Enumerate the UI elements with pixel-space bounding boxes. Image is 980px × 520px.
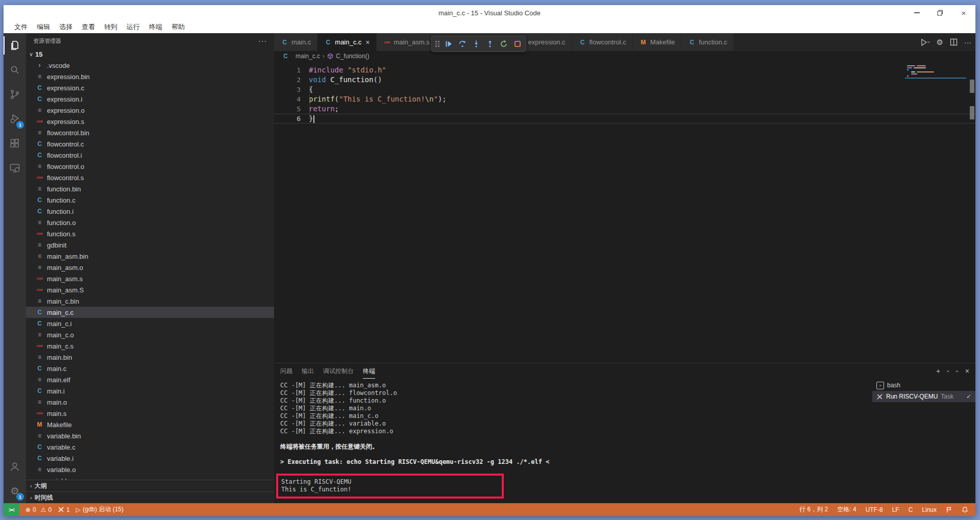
overview-ruler-mark[interactable]	[970, 106, 974, 119]
status-item[interactable]: 空格: 4	[837, 505, 856, 514]
panel-tab-问题[interactable]: 问题	[280, 363, 292, 379]
file-item-variable.c[interactable]: Cvariable.c	[26, 441, 274, 453]
file-item-variable.bin[interactable]: ≡variable.bin	[26, 430, 274, 441]
terminal-output[interactable]: CC -[M] 正在构建... main_asm.oCC -[M] 正在构建..…	[274, 379, 872, 503]
menu-item-选择[interactable]: 选择	[55, 23, 77, 31]
file-item-variable.i[interactable]: Cvariable.i	[26, 453, 274, 464]
editor-settings-button[interactable]: ⚙	[937, 38, 943, 47]
file-item-flowcontrol.bin[interactable]: ≡flowcontrol.bin	[26, 127, 274, 138]
remote-indicator[interactable]: ><	[4, 503, 19, 516]
activity-run-debug[interactable]: 1	[4, 107, 26, 131]
menu-item-转到[interactable]: 转到	[100, 23, 122, 31]
menu-item-查看[interactable]: 查看	[77, 23, 100, 31]
tab-main.c[interactable]: Cmain.c	[274, 33, 317, 51]
file-item-gdbinit[interactable]: ≡gdbinit	[26, 239, 274, 251]
file-item-.vscode[interactable]: ›.vscode	[26, 60, 274, 71]
close-button[interactable]: ×	[952, 5, 975, 20]
file-item-flowcontrol.i[interactable]: Cflowcontrol.i	[26, 150, 274, 161]
minimap[interactable]	[905, 64, 966, 79]
close-tab-icon[interactable]: ×	[365, 38, 370, 46]
panel-tab-调试控制台[interactable]: 调试控制台	[323, 363, 354, 379]
file-item-expression.i[interactable]: Cexpression.i	[26, 93, 274, 105]
close-panel-icon[interactable]: ×	[965, 367, 969, 375]
terminal-instance-bash[interactable]: >bash	[872, 380, 975, 391]
file-item-main.elf[interactable]: ≡main.elf	[26, 374, 274, 385]
new-terminal-button[interactable]: +	[936, 367, 940, 375]
running-tasks-indicator[interactable]: 1	[58, 506, 70, 513]
file-item-main_c.bin[interactable]: ≡main_c.bin	[26, 295, 274, 307]
problems-indicator[interactable]: ⊗ 0 ⚠ 0	[26, 506, 52, 513]
file-item-main.bin[interactable]: ≡main.bin	[26, 352, 274, 363]
code-editor[interactable]: 1#include "stdio.h"2void C_function()3{4…	[274, 61, 975, 363]
status-item[interactable]: 行 6，列 2	[799, 505, 828, 514]
file-item-function.i[interactable]: Cfunction.i	[26, 206, 274, 217]
sidebar-section-大纲[interactable]: ›大纲	[26, 480, 274, 491]
overview-ruler-mark[interactable]	[970, 80, 974, 93]
menu-item-终端[interactable]: 终端	[144, 23, 167, 31]
tab-Makefile[interactable]: MMakefile	[633, 33, 681, 51]
activity-explorer[interactable]	[4, 33, 26, 58]
debug-session-indicator[interactable]: ▷ (gdb) 启动 (15)	[76, 505, 124, 514]
file-item-function.o[interactable]: ≡function.o	[26, 217, 274, 228]
file-item-variable.s[interactable]: ASMvariable.s	[26, 475, 274, 480]
feedback-flag-icon[interactable]	[946, 506, 952, 513]
activity-remote-explorer[interactable]	[4, 156, 26, 180]
menu-item-帮助[interactable]: 帮助	[167, 23, 189, 31]
minimize-button[interactable]	[905, 5, 928, 20]
file-item-main_asm.o[interactable]: ≡main_asm.o	[26, 262, 274, 273]
status-item[interactable]: C	[909, 505, 913, 514]
file-item-main.s[interactable]: ASMmain.s	[26, 408, 274, 419]
status-item[interactable]: Linux	[922, 505, 937, 514]
status-item[interactable]: UTF-8	[866, 505, 883, 514]
breadcrumb-symbol[interactable]: C_function()	[336, 53, 369, 60]
breadcrumb-file[interactable]: main_c.c	[296, 53, 320, 60]
menu-item-运行[interactable]: 运行	[122, 23, 144, 31]
menu-item-编辑[interactable]: 编辑	[32, 23, 55, 31]
settings-button[interactable]: ⚙ 1	[4, 479, 26, 503]
file-item-flowcontrol.c[interactable]: Cflowcontrol.c	[26, 138, 274, 150]
debug-restart-button[interactable]	[498, 38, 510, 50]
file-item-flowcontrol.s[interactable]: ASMflowcontrol.s	[26, 172, 274, 183]
file-item-main_asm.bin[interactable]: ≡main_asm.bin	[26, 251, 274, 262]
debug-step-into-button[interactable]	[470, 38, 482, 50]
breadcrumb[interactable]: C main_c.c › C_function()	[274, 51, 975, 61]
tab-flowcontrol.c[interactable]: Cflowcontrol.c	[572, 33, 633, 51]
tree-root-folder[interactable]: ∨ 15	[26, 48, 274, 60]
sidebar-more-actions[interactable]: ···	[258, 37, 267, 45]
panel-tab-输出[interactable]: 输出	[302, 363, 314, 379]
file-item-function.s[interactable]: ASMfunction.s	[26, 228, 274, 239]
debug-stop-button[interactable]	[511, 38, 524, 50]
run-or-debug-button[interactable]: ›	[920, 38, 929, 46]
file-item-expression.o[interactable]: ≡expression.o	[26, 105, 274, 116]
file-item-main_c.o[interactable]: ≡main_c.o	[26, 329, 274, 340]
debug-step-over-button[interactable]	[456, 38, 469, 50]
tab-function.c[interactable]: Cfunction.c	[681, 33, 734, 51]
file-item-flowcontrol.o[interactable]: ≡flowcontrol.o	[26, 161, 274, 172]
terminal-instance-Run RISCV-QEMU[interactable]: Run RISCV-QEMUTask✓	[872, 391, 975, 402]
file-item-Makefile[interactable]: MMakefile	[26, 419, 274, 430]
restore-button[interactable]	[928, 5, 952, 20]
file-item-main_c.s[interactable]: ASMmain_c.s	[26, 340, 274, 352]
menu-item-文件[interactable]: 文件	[10, 23, 32, 31]
split-editor-button[interactable]	[950, 38, 958, 46]
debug-step-out-button[interactable]	[484, 38, 496, 50]
file-item-main.i[interactable]: Cmain.i	[26, 385, 274, 397]
activity-extensions[interactable]	[4, 131, 26, 156]
file-item-main.c[interactable]: Cmain.c	[26, 363, 274, 374]
file-item-variable.o[interactable]: ≡variable.o	[26, 464, 274, 475]
file-item-main_asm.S[interactable]: ASMmain_asm.S	[26, 284, 274, 295]
file-item-expression.c[interactable]: Cexpression.c	[26, 82, 274, 93]
file-item-function.c[interactable]: Cfunction.c	[26, 194, 274, 206]
notifications-bell-icon[interactable]	[962, 506, 968, 513]
tab-main_c.c[interactable]: Cmain_c.c×	[317, 33, 376, 51]
maximize-panel-icon[interactable]: ›	[954, 370, 960, 372]
file-item-expression.s[interactable]: ASMexpression.s	[26, 116, 274, 127]
account-button[interactable]	[4, 454, 26, 479]
file-item-main.o[interactable]: ≡main.o	[26, 397, 274, 408]
file-item-main_c.i[interactable]: Cmain_c.i	[26, 318, 274, 329]
drag-handle[interactable]	[435, 41, 439, 47]
panel-tab-终端[interactable]: 终端	[363, 363, 375, 379]
activity-search[interactable]	[4, 58, 26, 82]
sidebar-section-时间线[interactable]: ›时间线	[26, 491, 274, 503]
activity-source-control[interactable]	[4, 82, 26, 107]
